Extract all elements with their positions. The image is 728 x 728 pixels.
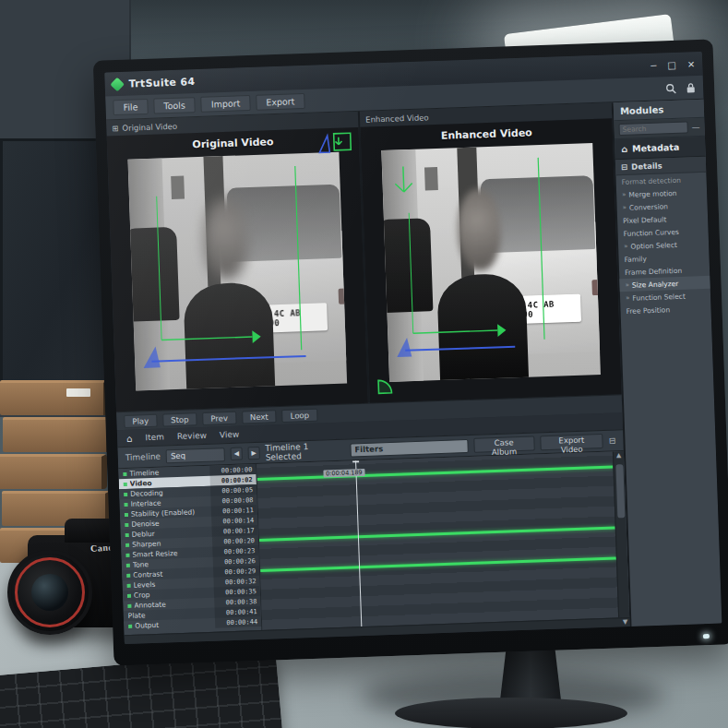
- step-status-dot: [127, 583, 131, 587]
- menu-button[interactable]: File: [113, 99, 148, 115]
- enhanced-video-canvas[interactable]: Enhanced Video: [360, 118, 621, 402]
- menu-button[interactable]: Export: [256, 93, 305, 111]
- search-icon[interactable]: [665, 82, 676, 93]
- annotation-overlay: [128, 152, 347, 371]
- view-tab[interactable]: Item: [145, 432, 164, 442]
- filters-input[interactable]: [350, 438, 468, 456]
- step-status-dot: [125, 532, 129, 536]
- step-status-dot: [127, 603, 131, 607]
- room-scene: Canon TrtSuite 64 ─ □ ✕: [0, 0, 728, 728]
- step-status-dot: [127, 593, 131, 597]
- step-status-dot: [124, 492, 127, 495]
- transport-button[interactable]: Play: [124, 413, 157, 427]
- monitor-bezel: TrtSuite 64 ─ □ ✕ FileToolsImportExport: [93, 39, 728, 665]
- lock-icon[interactable]: [686, 82, 696, 93]
- binder: [0, 380, 109, 415]
- export-video-button[interactable]: Export Video: [540, 434, 603, 450]
- angle-measure-icon[interactable]: [376, 375, 398, 396]
- binder: [3, 417, 112, 452]
- transport-button[interactable]: Loop: [281, 408, 317, 422]
- module-label: Family: [624, 255, 646, 264]
- scroll-down-icon[interactable]: ▼: [623, 618, 628, 626]
- module-label: Function Curves: [623, 227, 679, 237]
- menu-button[interactable]: Import: [201, 95, 251, 113]
- module-label: Merge motion: [628, 188, 676, 198]
- module-label: Pixel Default: [623, 215, 666, 225]
- monitor-stand-base: [395, 698, 627, 728]
- step-status-dot: [124, 502, 127, 506]
- tab-label: Enhanced Video: [365, 113, 429, 124]
- binder-sticker: [66, 388, 90, 397]
- collapse-icon[interactable]: —: [691, 123, 699, 132]
- bullet-icon: »: [626, 294, 630, 302]
- enhanced-viewer: Enhanced Video Enhanced Video: [358, 102, 622, 402]
- home-icon[interactable]: ⌂: [126, 433, 133, 443]
- module-label: Size Analyzer: [632, 279, 679, 289]
- section-label: Details: [631, 161, 662, 171]
- maximize-icon[interactable]: □: [667, 59, 676, 69]
- filter-steps-table: Timeline 00:00:00 Video 00:00:02: [118, 464, 262, 635]
- metadata-label: Metadata: [632, 142, 679, 154]
- playhead-timecode-label: 0:00:04.189: [323, 469, 365, 478]
- section-icon: ⊟: [621, 162, 627, 172]
- minimize-icon[interactable]: ─: [650, 60, 656, 70]
- step-status-dot: [124, 482, 127, 485]
- export-arrow-icon[interactable]: [316, 131, 354, 156]
- view-tab[interactable]: View: [220, 430, 240, 440]
- app-window: TrtSuite 64 ─ □ ✕ FileToolsImportExport: [104, 52, 722, 644]
- timeline-track-bar[interactable]: [257, 466, 614, 481]
- step-status-dot: [123, 471, 126, 475]
- sidebar-module-item[interactable]: Free Position: [620, 302, 710, 317]
- step-status-dot: [125, 512, 128, 516]
- sidebar-search-input[interactable]: [618, 121, 687, 136]
- power-led: [703, 634, 710, 638]
- menu-bar: FileToolsImportExport: [113, 93, 304, 115]
- home-icon: ⌂: [621, 144, 627, 154]
- binder: [0, 454, 107, 489]
- transport-button[interactable]: Prev: [202, 411, 236, 424]
- original-viewer: ⊞ Original Video Original Video: [106, 112, 368, 412]
- playhead[interactable]: [356, 460, 363, 627]
- bullet-icon: »: [622, 191, 627, 198]
- prev-frame-button[interactable]: ◀: [231, 448, 243, 460]
- close-icon[interactable]: ✕: [687, 59, 696, 69]
- step-status-dot: [126, 563, 130, 567]
- bullet-icon: »: [625, 281, 629, 289]
- selection-status: Timeline 1 Selected: [265, 441, 340, 462]
- app-logo-icon: [110, 77, 125, 91]
- modules-sidebar: Modules — ⌂ Metadata ⊟ Details: [612, 100, 722, 627]
- module-label: Format detection: [622, 175, 682, 185]
- timeline-panel[interactable]: 0:00:04.189 ▲: [257, 451, 629, 630]
- transport-button[interactable]: Stop: [162, 412, 197, 426]
- step-status-dot: [125, 543, 129, 546]
- scroll-up-icon[interactable]: ▲: [614, 451, 624, 462]
- scrollbar-thumb[interactable]: [615, 464, 625, 518]
- transport-button[interactable]: Next: [242, 410, 277, 424]
- viewer-area: ⊞ Original Video Original Video: [106, 102, 622, 412]
- original-video-canvas[interactable]: Original Video: [107, 127, 368, 412]
- timeline-track-bar[interactable]: [260, 556, 616, 571]
- view-tab[interactable]: Review: [177, 431, 207, 441]
- step-status-dot: [128, 624, 132, 627]
- menu-button[interactable]: Tools: [153, 97, 196, 114]
- sidebar-module-list: Format detection » Merge motion » Conver…: [615, 173, 710, 317]
- annotation-overlay: [381, 143, 600, 362]
- module-label: Conversion: [629, 202, 668, 211]
- step-status-dot: [126, 573, 130, 577]
- step-timecode: 00:00:44: [215, 616, 261, 628]
- bullet-icon: »: [623, 204, 627, 211]
- step-status-dot: [125, 522, 128, 526]
- enhanced-video-frame: DL 4C AB 7890: [381, 143, 601, 382]
- timeline-track-bar[interactable]: [259, 526, 615, 541]
- step-name: Output: [135, 619, 215, 630]
- module-label: Function Select: [632, 292, 686, 302]
- panel-toggle-icon[interactable]: ⊟: [609, 436, 616, 445]
- camera-lens-glass: [31, 574, 68, 611]
- sequence-input[interactable]: [166, 448, 225, 463]
- module-label: Free Position: [626, 305, 670, 316]
- next-frame-button[interactable]: ▶: [248, 447, 260, 459]
- step-status-dot: [125, 553, 129, 556]
- app-title: TrtSuite 64: [128, 76, 195, 90]
- panel-icon: ⊞: [112, 124, 118, 133]
- case-album-button[interactable]: Case Album: [473, 436, 534, 452]
